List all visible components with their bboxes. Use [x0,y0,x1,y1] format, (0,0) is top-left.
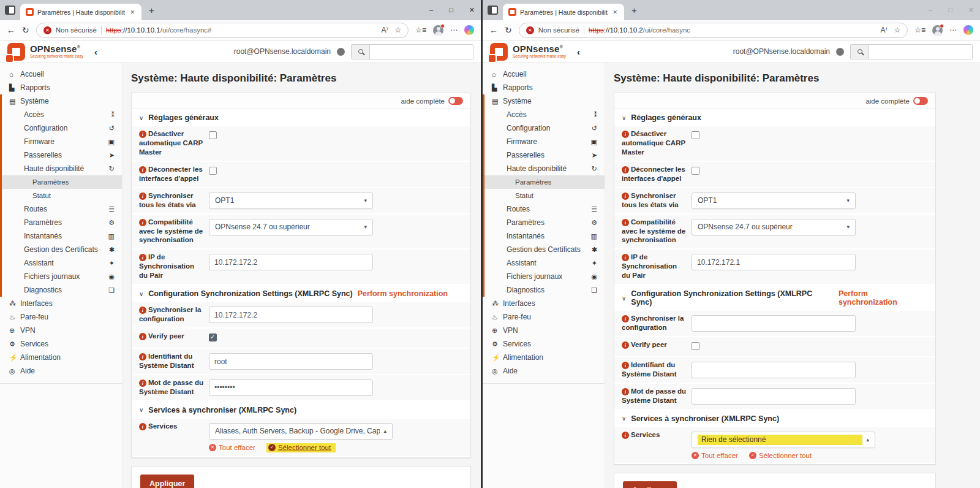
sidebar-item-parametres-ha[interactable]: Paramètres [0,175,122,189]
sidebar-item-routes[interactable]: Routes☰ [483,202,605,216]
info-icon[interactable]: i [622,315,629,322]
sidebar-item-diagnostics[interactable]: Diagnostics❏ [483,283,605,297]
full-help-toggle[interactable] [913,97,928,105]
collections-icon[interactable]: ☆≡ [914,26,925,34]
sidebar-item-instantanes[interactable]: Instantanés▥ [0,229,122,243]
collections-icon[interactable]: ☆≡ [415,26,426,34]
tab-workspaces-icon[interactable] [488,6,498,15]
search-input[interactable] [869,45,972,59]
sidebar-collapse-icon[interactable]: ‹ [577,47,580,57]
sidebar-item-haute-disponibilite[interactable]: Haute disponibilité↻ [0,162,122,175]
compatibility-select[interactable]: OPNsense 24.7 ou supérieur ▾ [692,219,856,235]
select-all-link[interactable]: ✓Sélectionner tout [749,452,812,459]
services-multiselect[interactable]: Rien de sélectionné ▴ [692,432,875,448]
sidebar-item-pare-feu[interactable]: ♨Pare-feu [0,310,122,324]
sidebar-item-services[interactable]: ⚙Services [0,337,122,351]
info-icon[interactable]: i [139,131,146,138]
apply-button[interactable]: Appliquer [140,475,194,488]
back-button[interactable]: ← [7,25,15,35]
address-bar[interactable]: ✕ Non sécurisé https://10.10.10.1/ui/cor… [36,23,409,38]
close-button[interactable]: ✕ [469,6,475,14]
info-icon[interactable]: i [622,219,629,226]
new-tab-button[interactable]: + [149,5,154,15]
favorite-star-icon[interactable]: ☆ [894,26,900,34]
sidebar-item-aide[interactable]: ◎Aide [483,364,605,378]
sidebar-collapse-icon[interactable]: ‹ [94,47,97,57]
sidebar-item-accueil[interactable]: ⌂Accueil [483,67,605,81]
remote-username-input[interactable] [209,353,373,370]
sidebar-item-statut[interactable]: Statut [0,189,122,202]
info-icon[interactable]: i [622,166,629,173]
info-icon[interactable]: i [139,379,146,387]
read-aloud-icon[interactable]: A⁾ [881,26,888,34]
sidebar-item-fichiers-journaux[interactable]: Fichiers journaux◉ [0,270,122,283]
tab-close-icon[interactable]: ✕ [611,9,619,15]
peer-ip-input[interactable] [692,254,856,270]
sidebar-item-assistant[interactable]: Assistant✦ [0,256,122,270]
section-general[interactable]: ∨ Réglages généraux [614,109,935,126]
perform-synchronization-link[interactable]: Perform synchronization [839,289,928,307]
info-icon[interactable]: i [622,362,629,369]
sidebar-item-rapports[interactable]: ▙Rapports [483,81,605,94]
info-icon[interactable]: i [139,166,146,173]
favorite-star-icon[interactable]: ☆ [394,26,401,34]
sidebar-item-systeme[interactable]: ▤Système [483,94,605,108]
search-input[interactable] [370,45,473,59]
sidebar-item-interfaces[interactable]: ⁂Interfaces [483,297,605,310]
section-xmlrpc[interactable]: ∨ Configuration Synchronization Settings… [614,285,935,311]
sidebar-item-parametres-systeme[interactable]: Paramètres⚙ [483,216,605,229]
verify-peer-checkbox[interactable] [692,342,699,350]
sidebar-item-rapports[interactable]: ▙Rapports [0,81,122,94]
minimize-button[interactable]: – [929,6,932,14]
info-icon[interactable]: i [622,131,629,138]
sidebar-item-systeme[interactable]: ▤Système [0,94,122,108]
sidebar-item-services[interactable]: ⚙Services [483,337,605,351]
sidebar-item-parametres-systeme[interactable]: Paramètres⚙ [0,216,122,229]
peer-ip-input[interactable] [209,254,373,270]
remote-password-input[interactable] [209,379,373,396]
sidebar-item-instantanes[interactable]: Instantanés▥ [483,229,605,243]
search-icon[interactable] [352,45,370,59]
sidebar-item-statut[interactable]: Statut [483,189,605,202]
sidebar-item-vpn[interactable]: ⊕VPN [0,324,122,337]
read-aloud-icon[interactable]: A⁾ [382,26,388,34]
info-icon[interactable]: i [139,254,146,261]
minimize-button[interactable]: – [429,6,433,14]
opnsense-logo[interactable] [490,43,508,61]
sidebar-item-diagnostics[interactable]: Diagnostics❏ [0,283,122,297]
browser-tab[interactable]: Paramètres | Haute disponibilité | ✕ [503,4,624,20]
refresh-button[interactable]: ↻ [505,25,512,35]
copilot-icon[interactable] [963,25,973,35]
close-button[interactable]: ✕ [968,6,974,14]
tab-workspaces-icon[interactable] [5,6,15,15]
remote-password-input[interactable] [692,388,856,405]
info-icon[interactable]: i [139,333,146,340]
info-icon[interactable]: i [139,353,146,360]
sidebar-item-configuration[interactable]: Configuration↺ [483,121,605,135]
section-services[interactable]: ∨ Services à synchroniser (XMLRPC Sync) [132,402,470,419]
sync-config-input[interactable] [692,315,856,332]
more-menu-icon[interactable]: ⋯ [450,26,458,34]
info-icon[interactable]: i [622,341,629,349]
sidebar-item-haute-disponibilite[interactable]: Haute disponibilité↻ [483,162,605,175]
sidebar-item-fichiers-journaux[interactable]: Fichiers journaux◉ [483,270,605,283]
more-menu-icon[interactable]: ⋯ [949,26,957,34]
info-icon[interactable]: i [139,193,146,200]
info-icon[interactable]: i [622,388,629,395]
sidebar-item-certificats[interactable]: Gestion des Certificats✱ [0,243,122,256]
full-help-toggle[interactable] [448,97,463,105]
verify-peer-checkbox[interactable] [209,334,217,341]
sidebar-item-certificats[interactable]: Gestion des Certificats✱ [483,243,605,256]
clear-all-link[interactable]: ✕Tout effacer [209,444,255,451]
sync-interface-select[interactable]: OPT1 ▾ [209,193,373,209]
sidebar-item-acces[interactable]: Accès⁑ [483,108,605,121]
sidebar-item-aide[interactable]: ◎Aide [0,364,122,378]
back-button[interactable]: ← [489,25,498,35]
logged-in-user[interactable]: root@OPNsense.localdomain [733,47,830,56]
sync-interface-select[interactable]: OPT1 ▾ [692,193,856,209]
sidebar-item-alimentation[interactable]: ⚡Alimentation [483,351,605,364]
sidebar-item-firmware[interactable]: Firmware▣ [483,135,605,148]
compatibility-select[interactable]: OPNsense 24.7 ou supérieur ▾ [209,219,373,235]
sidebar-item-passerelles[interactable]: Passerelles➤ [0,148,122,162]
remote-username-input[interactable] [692,362,856,378]
